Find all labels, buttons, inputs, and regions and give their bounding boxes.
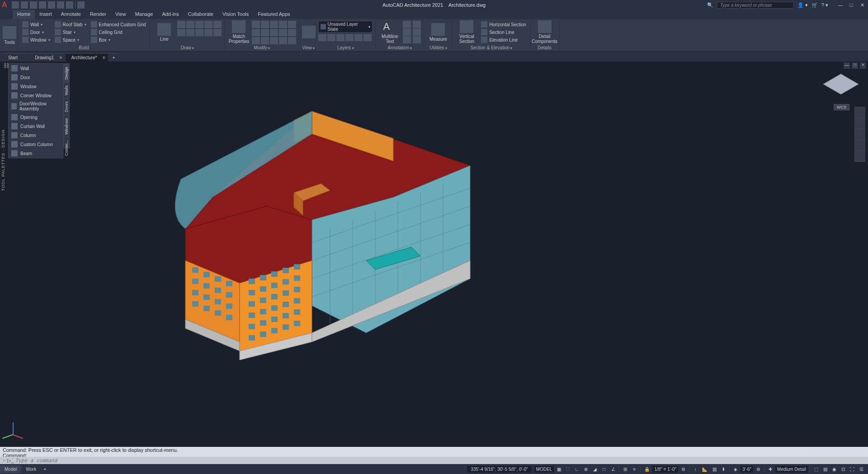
- anno-icon[interactable]: [403, 21, 411, 28]
- panel-view-label[interactable]: View: [302, 44, 312, 51]
- roofslab-button[interactable]: Roof Slab: [53, 21, 88, 28]
- tab-render[interactable]: Render: [85, 10, 111, 19]
- layer-icon[interactable]: [363, 34, 372, 41]
- cut-plane-icon[interactable]: ✚: [766, 466, 774, 473]
- draw-icon[interactable]: [204, 21, 212, 28]
- scale-value[interactable]: 1/8" = 1'-0": [652, 466, 678, 473]
- tools-button[interactable]: Tools: [3, 20, 16, 51]
- panel-section-label[interactable]: Section & Elevation: [455, 44, 527, 51]
- ortho-icon[interactable]: ∟: [573, 466, 581, 473]
- qat-plot-icon[interactable]: [48, 1, 55, 9]
- line-button[interactable]: Line: [153, 20, 175, 44]
- draw-icon[interactable]: [186, 21, 194, 28]
- gear2-icon[interactable]: ⚙: [754, 466, 762, 473]
- matchprops-button[interactable]: Match Properties: [227, 20, 250, 44]
- command-input[interactable]: [15, 458, 865, 464]
- draw-icon[interactable]: [204, 29, 212, 36]
- sidetab-corner[interactable]: Corner...: [64, 137, 69, 159]
- vp-min-icon[interactable]: —: [844, 62, 850, 69]
- ceilinggrid-button[interactable]: Ceiling Grid: [90, 28, 147, 36]
- box-button[interactable]: Box: [90, 36, 147, 43]
- tab-featuredapps[interactable]: Featured Apps: [253, 10, 295, 19]
- palette-title[interactable]: TOOL PALETTES - DESIGN: [1, 129, 7, 191]
- tab-home[interactable]: Home: [13, 10, 35, 19]
- units-icon[interactable]: ⬚: [812, 466, 820, 473]
- draw-icon[interactable]: [177, 21, 185, 28]
- qp-icon[interactable]: ▤: [821, 466, 829, 473]
- horiz-section-button[interactable]: Horizontal Section: [480, 21, 527, 28]
- modify-icon[interactable]: [288, 29, 296, 36]
- section-line-button[interactable]: Section Line: [480, 28, 527, 36]
- filetab-new[interactable]: +: [109, 53, 119, 62]
- multiline-text-button[interactable]: AMultiline Text: [378, 20, 401, 44]
- coordinates[interactable]: 335'-4 9/16", 30'-5 5/8", 0'-0": [467, 466, 531, 473]
- wcs-label[interactable]: WCS: [834, 104, 849, 110]
- otrack-icon[interactable]: ∠: [609, 466, 617, 473]
- filetab-architecture[interactable]: Architecture*×: [66, 53, 108, 62]
- search-input[interactable]: Type a keyword or phrase: [717, 2, 794, 9]
- wall-button[interactable]: Wall: [21, 21, 52, 28]
- viewport[interactable]: [-][NE Isometric][Shaded] —□× TOOL PALET…: [0, 62, 868, 447]
- layer-state-combo[interactable]: Unsaved Layer State: [318, 21, 373, 33]
- tab-collaborate[interactable]: Collaborate: [184, 10, 218, 19]
- customize-icon[interactable]: ☰: [857, 466, 865, 473]
- qat-save-icon[interactable]: [30, 1, 37, 9]
- scale-icon[interactable]: 🔒: [642, 466, 651, 473]
- pal-corner-window[interactable]: Corner Window: [9, 91, 63, 100]
- panel-annotation-label[interactable]: Annotation: [378, 44, 421, 51]
- surf-hatch-icon[interactable]: ▨: [710, 466, 718, 473]
- modify-icon[interactable]: [270, 37, 278, 44]
- modify-icon[interactable]: [261, 21, 269, 28]
- draw-icon[interactable]: [177, 29, 185, 36]
- vertical-section-button[interactable]: Vertical Section: [455, 20, 478, 44]
- signin-icon[interactable]: 👤 ▾: [797, 2, 808, 8]
- replace-z-icon[interactable]: ↕: [691, 466, 699, 473]
- modify-icon[interactable]: [252, 21, 260, 28]
- filetab-start[interactable]: Start: [3, 53, 28, 62]
- elev-icon2[interactable]: ⬍: [719, 466, 727, 473]
- draw-icon[interactable]: [195, 21, 203, 28]
- tab-manage[interactable]: Manage: [131, 10, 158, 19]
- isolate-icon[interactable]: ◉: [830, 466, 838, 473]
- panel-layers-label[interactable]: Layers: [318, 44, 373, 51]
- qat-redo-icon[interactable]: [66, 1, 73, 9]
- anno-icon[interactable]: [413, 28, 421, 36]
- ucs-icon[interactable]: [5, 424, 24, 443]
- pal-beam[interactable]: Beam: [9, 149, 63, 158]
- modify-icon[interactable]: [252, 29, 260, 36]
- customgrid-button[interactable]: Enhanced Custom Grid: [90, 21, 147, 28]
- window-button[interactable]: Window: [21, 36, 52, 43]
- panel-utilities-label[interactable]: Utilities: [427, 44, 449, 51]
- close-icon[interactable]: ×: [103, 55, 105, 60]
- pal-wall[interactable]: Wall: [9, 64, 63, 73]
- vp-close-icon[interactable]: ×: [860, 62, 866, 69]
- modify-icon[interactable]: [279, 29, 287, 36]
- minimize-button[interactable]: —: [836, 2, 844, 8]
- lwt-icon[interactable]: ≡: [630, 466, 638, 473]
- gear-icon[interactable]: ⚙: [679, 466, 687, 473]
- layout-model[interactable]: Model: [0, 465, 21, 473]
- door-button[interactable]: Door: [21, 28, 52, 36]
- sidetab-windows[interactable]: Windows: [64, 115, 69, 137]
- anno-icon[interactable]: [413, 21, 421, 28]
- filetab-drawing1[interactable]: Drawing1×: [29, 53, 65, 62]
- modify-icon[interactable]: [279, 37, 287, 44]
- panel-modify-label[interactable]: Modify: [227, 44, 296, 51]
- layer-icon[interactable]: [327, 34, 335, 41]
- pal-door[interactable]: Door: [9, 73, 63, 82]
- detail-level[interactable]: Medium Detail: [775, 466, 808, 473]
- qat-saveas-icon[interactable]: [39, 1, 46, 9]
- qat-new-icon[interactable]: [12, 1, 19, 9]
- anno-icon[interactable]: [403, 28, 411, 36]
- qat-undo-icon[interactable]: [57, 1, 64, 9]
- nav-pan-icon[interactable]: [855, 118, 865, 129]
- draw-icon[interactable]: [213, 21, 222, 28]
- view-button[interactable]: [302, 20, 316, 44]
- pal-window[interactable]: Window: [9, 82, 63, 91]
- elevation-line-button[interactable]: Elevation Line: [480, 36, 527, 43]
- anno-icon[interactable]: [413, 36, 421, 43]
- viewcube[interactable]: WCS: [827, 71, 854, 98]
- measure-button[interactable]: Measure: [427, 20, 449, 44]
- layer-icon[interactable]: [345, 34, 354, 41]
- pal-opening[interactable]: Opening: [9, 113, 63, 122]
